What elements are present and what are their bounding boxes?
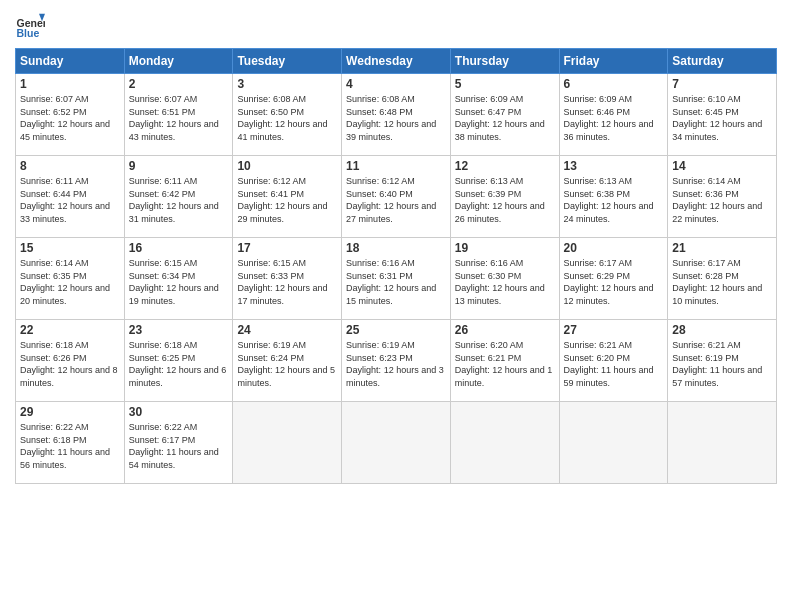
weekday-header: Wednesday	[342, 49, 451, 74]
calendar-day-cell: 29 Sunrise: 6:22 AMSunset: 6:18 PMDaylig…	[16, 402, 125, 484]
calendar-day-cell: 28 Sunrise: 6:21 AMSunset: 6:19 PMDaylig…	[668, 320, 777, 402]
day-number: 30	[129, 405, 229, 419]
day-info: Sunrise: 6:14 AMSunset: 6:35 PMDaylight:…	[20, 258, 110, 306]
day-info: Sunrise: 6:14 AMSunset: 6:36 PMDaylight:…	[672, 176, 762, 224]
calendar-day-cell: 11 Sunrise: 6:12 AMSunset: 6:40 PMDaylig…	[342, 156, 451, 238]
calendar-day-cell	[559, 402, 668, 484]
calendar-day-cell: 12 Sunrise: 6:13 AMSunset: 6:39 PMDaylig…	[450, 156, 559, 238]
day-info: Sunrise: 6:19 AMSunset: 6:24 PMDaylight:…	[237, 340, 335, 388]
calendar-day-cell	[342, 402, 451, 484]
calendar-day-cell: 14 Sunrise: 6:14 AMSunset: 6:36 PMDaylig…	[668, 156, 777, 238]
calendar-day-cell: 23 Sunrise: 6:18 AMSunset: 6:25 PMDaylig…	[124, 320, 233, 402]
day-number: 19	[455, 241, 555, 255]
day-number: 23	[129, 323, 229, 337]
day-number: 27	[564, 323, 664, 337]
day-info: Sunrise: 6:15 AMSunset: 6:34 PMDaylight:…	[129, 258, 219, 306]
day-info: Sunrise: 6:16 AMSunset: 6:31 PMDaylight:…	[346, 258, 436, 306]
calendar-day-cell: 27 Sunrise: 6:21 AMSunset: 6:20 PMDaylig…	[559, 320, 668, 402]
calendar-week-row: 15 Sunrise: 6:14 AMSunset: 6:35 PMDaylig…	[16, 238, 777, 320]
day-number: 11	[346, 159, 446, 173]
calendar-day-cell: 24 Sunrise: 6:19 AMSunset: 6:24 PMDaylig…	[233, 320, 342, 402]
day-info: Sunrise: 6:22 AMSunset: 6:17 PMDaylight:…	[129, 422, 219, 470]
day-info: Sunrise: 6:11 AMSunset: 6:44 PMDaylight:…	[20, 176, 110, 224]
day-number: 29	[20, 405, 120, 419]
calendar-day-cell: 8 Sunrise: 6:11 AMSunset: 6:44 PMDayligh…	[16, 156, 125, 238]
day-number: 20	[564, 241, 664, 255]
day-info: Sunrise: 6:12 AMSunset: 6:40 PMDaylight:…	[346, 176, 436, 224]
day-info: Sunrise: 6:22 AMSunset: 6:18 PMDaylight:…	[20, 422, 110, 470]
calendar-day-cell	[233, 402, 342, 484]
calendar-day-cell: 17 Sunrise: 6:15 AMSunset: 6:33 PMDaylig…	[233, 238, 342, 320]
day-info: Sunrise: 6:13 AMSunset: 6:38 PMDaylight:…	[564, 176, 654, 224]
calendar-week-row: 8 Sunrise: 6:11 AMSunset: 6:44 PMDayligh…	[16, 156, 777, 238]
weekday-header: Saturday	[668, 49, 777, 74]
calendar-day-cell	[668, 402, 777, 484]
calendar-day-cell: 20 Sunrise: 6:17 AMSunset: 6:29 PMDaylig…	[559, 238, 668, 320]
calendar-day-cell: 3 Sunrise: 6:08 AMSunset: 6:50 PMDayligh…	[233, 74, 342, 156]
calendar-week-row: 22 Sunrise: 6:18 AMSunset: 6:26 PMDaylig…	[16, 320, 777, 402]
day-info: Sunrise: 6:19 AMSunset: 6:23 PMDaylight:…	[346, 340, 444, 388]
calendar-header-row: SundayMondayTuesdayWednesdayThursdayFrid…	[16, 49, 777, 74]
day-info: Sunrise: 6:08 AMSunset: 6:48 PMDaylight:…	[346, 94, 436, 142]
calendar-day-cell: 9 Sunrise: 6:11 AMSunset: 6:42 PMDayligh…	[124, 156, 233, 238]
svg-text:Blue: Blue	[17, 27, 40, 39]
day-number: 9	[129, 159, 229, 173]
day-info: Sunrise: 6:17 AMSunset: 6:29 PMDaylight:…	[564, 258, 654, 306]
day-number: 14	[672, 159, 772, 173]
calendar-day-cell: 1 Sunrise: 6:07 AMSunset: 6:52 PMDayligh…	[16, 74, 125, 156]
day-number: 5	[455, 77, 555, 91]
calendar-day-cell: 10 Sunrise: 6:12 AMSunset: 6:41 PMDaylig…	[233, 156, 342, 238]
day-info: Sunrise: 6:18 AMSunset: 6:25 PMDaylight:…	[129, 340, 227, 388]
day-info: Sunrise: 6:07 AMSunset: 6:52 PMDaylight:…	[20, 94, 110, 142]
weekday-header: Monday	[124, 49, 233, 74]
day-number: 6	[564, 77, 664, 91]
day-number: 3	[237, 77, 337, 91]
logo-icon: General Blue	[15, 10, 45, 40]
day-number: 18	[346, 241, 446, 255]
day-number: 28	[672, 323, 772, 337]
day-number: 10	[237, 159, 337, 173]
day-number: 1	[20, 77, 120, 91]
day-number: 22	[20, 323, 120, 337]
calendar-day-cell: 18 Sunrise: 6:16 AMSunset: 6:31 PMDaylig…	[342, 238, 451, 320]
weekday-header: Friday	[559, 49, 668, 74]
calendar-week-row: 29 Sunrise: 6:22 AMSunset: 6:18 PMDaylig…	[16, 402, 777, 484]
calendar-day-cell: 5 Sunrise: 6:09 AMSunset: 6:47 PMDayligh…	[450, 74, 559, 156]
day-info: Sunrise: 6:09 AMSunset: 6:46 PMDaylight:…	[564, 94, 654, 142]
day-number: 8	[20, 159, 120, 173]
calendar-day-cell: 7 Sunrise: 6:10 AMSunset: 6:45 PMDayligh…	[668, 74, 777, 156]
calendar-day-cell: 13 Sunrise: 6:13 AMSunset: 6:38 PMDaylig…	[559, 156, 668, 238]
header: General Blue	[15, 10, 777, 40]
day-number: 2	[129, 77, 229, 91]
day-info: Sunrise: 6:16 AMSunset: 6:30 PMDaylight:…	[455, 258, 545, 306]
day-info: Sunrise: 6:21 AMSunset: 6:20 PMDaylight:…	[564, 340, 654, 388]
day-number: 15	[20, 241, 120, 255]
day-number: 16	[129, 241, 229, 255]
day-info: Sunrise: 6:07 AMSunset: 6:51 PMDaylight:…	[129, 94, 219, 142]
day-info: Sunrise: 6:17 AMSunset: 6:28 PMDaylight:…	[672, 258, 762, 306]
calendar-day-cell: 21 Sunrise: 6:17 AMSunset: 6:28 PMDaylig…	[668, 238, 777, 320]
day-info: Sunrise: 6:20 AMSunset: 6:21 PMDaylight:…	[455, 340, 553, 388]
day-info: Sunrise: 6:08 AMSunset: 6:50 PMDaylight:…	[237, 94, 327, 142]
calendar-day-cell: 15 Sunrise: 6:14 AMSunset: 6:35 PMDaylig…	[16, 238, 125, 320]
calendar-body: 1 Sunrise: 6:07 AMSunset: 6:52 PMDayligh…	[16, 74, 777, 484]
calendar-day-cell: 6 Sunrise: 6:09 AMSunset: 6:46 PMDayligh…	[559, 74, 668, 156]
calendar-day-cell: 2 Sunrise: 6:07 AMSunset: 6:51 PMDayligh…	[124, 74, 233, 156]
calendar-day-cell: 26 Sunrise: 6:20 AMSunset: 6:21 PMDaylig…	[450, 320, 559, 402]
weekday-header: Thursday	[450, 49, 559, 74]
day-number: 4	[346, 77, 446, 91]
weekday-header: Sunday	[16, 49, 125, 74]
day-number: 7	[672, 77, 772, 91]
logo: General Blue	[15, 10, 45, 40]
day-number: 13	[564, 159, 664, 173]
calendar-day-cell: 30 Sunrise: 6:22 AMSunset: 6:17 PMDaylig…	[124, 402, 233, 484]
calendar-day-cell: 19 Sunrise: 6:16 AMSunset: 6:30 PMDaylig…	[450, 238, 559, 320]
day-number: 26	[455, 323, 555, 337]
day-info: Sunrise: 6:12 AMSunset: 6:41 PMDaylight:…	[237, 176, 327, 224]
calendar-day-cell: 4 Sunrise: 6:08 AMSunset: 6:48 PMDayligh…	[342, 74, 451, 156]
calendar-day-cell: 16 Sunrise: 6:15 AMSunset: 6:34 PMDaylig…	[124, 238, 233, 320]
weekday-header: Tuesday	[233, 49, 342, 74]
day-info: Sunrise: 6:11 AMSunset: 6:42 PMDaylight:…	[129, 176, 219, 224]
day-number: 21	[672, 241, 772, 255]
day-info: Sunrise: 6:09 AMSunset: 6:47 PMDaylight:…	[455, 94, 545, 142]
